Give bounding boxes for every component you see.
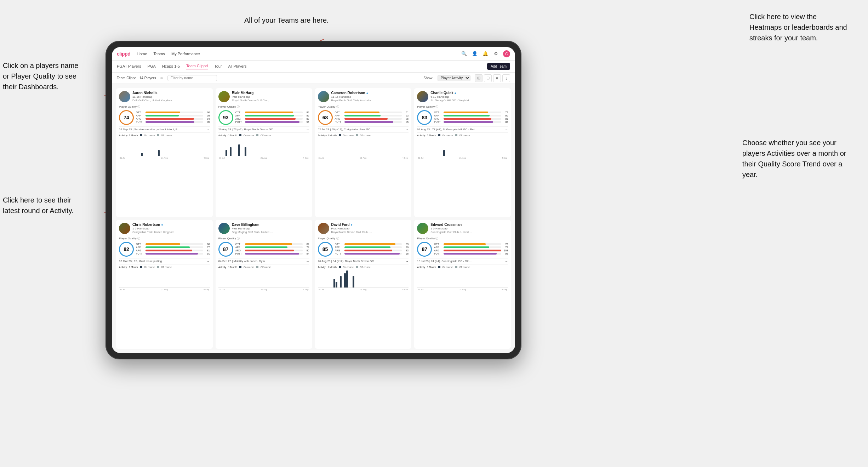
latest-round[interactable]: 04 Sep 23 | Mobility with coach, Gym → <box>218 258 309 264</box>
subnav-pgat[interactable]: PGAT Players <box>117 64 141 69</box>
stat-row-ott: OTT 60 <box>136 243 210 245</box>
edit-team-icon[interactable]: ✏ <box>160 76 163 80</box>
view-sort[interactable]: ↕ <box>502 74 510 82</box>
annotation-teams-here: All of your Teams are here. <box>244 15 329 25</box>
subnav-hcaps[interactable]: Hcaps 1-5 <box>162 64 180 69</box>
stat-row-arg: ARG 88 <box>235 118 309 120</box>
chart-label: 4 Sep <box>502 289 507 291</box>
player-name[interactable]: Charlie Quick ● <box>430 91 508 95</box>
latest-round[interactable]: 26 Aug 23 | 84 (+12), Royal North Devon … <box>318 258 409 264</box>
chart-bar <box>245 147 246 156</box>
quality-score[interactable]: 82 <box>119 242 134 257</box>
subnav-tour[interactable]: Tour <box>214 64 222 69</box>
stat-row-ott: OTT 61 <box>335 111 409 114</box>
add-team-button[interactable]: Add Team <box>487 63 510 70</box>
chart-bar <box>443 150 445 156</box>
player-name[interactable]: David Ford ● <box>331 223 409 227</box>
chart-labels: 31 Jul21 Aug4 Sep <box>318 157 409 159</box>
chart-bar <box>238 144 240 156</box>
player-card[interactable]: Chris Robertson ● 1-5 Handicap Craigmill… <box>116 220 213 349</box>
show-select[interactable]: Player Activity <box>438 75 470 81</box>
view-grid-small[interactable]: ⊟ <box>484 74 492 82</box>
person-icon[interactable]: 👤 <box>471 50 478 57</box>
search-input[interactable] <box>167 75 217 81</box>
quality-section: 87 OTT 82 APP 74 ARG 85 PUTT <box>218 242 309 257</box>
chart-bar <box>340 276 342 287</box>
quality-score[interactable]: 87 <box>218 242 233 257</box>
stats-grid: OTT 60 APP 58 ARG 84 PUTT 8 <box>136 111 210 124</box>
stat-row-app: APP 63 <box>335 114 409 117</box>
view-filter[interactable]: ▼ <box>493 74 501 82</box>
player-name[interactable]: Chris Robertson ● <box>132 223 210 227</box>
player-card[interactable]: Charlie Quick ● 6-10 Handicap St. George… <box>414 88 511 217</box>
player-card[interactable]: David Ford ● Plus Handicap Royal North D… <box>315 220 412 349</box>
player-name[interactable]: Blair McHarg <box>232 91 309 95</box>
player-card[interactable]: Aaron Nicholls 11-15 Handicap Drift Golf… <box>116 88 213 217</box>
avatar-icon[interactable]: C <box>503 50 510 57</box>
stat-row-putt: PUTT 95 <box>235 121 309 123</box>
chart-label: 31 Jul <box>418 289 423 291</box>
view-grid-large[interactable]: ⊞ <box>475 74 482 82</box>
player-name[interactable]: Dave Billingham <box>232 223 309 227</box>
nav-teams[interactable]: Teams <box>154 52 165 56</box>
chart-labels: 31 Jul21 Aug4 Sep <box>318 289 409 291</box>
quality-score[interactable]: 68 <box>318 110 333 125</box>
quality-score[interactable]: 93 <box>218 110 233 125</box>
quality-score[interactable]: 85 <box>318 242 333 257</box>
offcourse-legend-label: Off course <box>261 134 271 137</box>
latest-round[interactable]: 02 Sep 23 | Sunrise round to get back in… <box>119 126 210 133</box>
chart-labels: 31 Jul21 Aug4 Sep <box>119 157 210 159</box>
quality-section: 74 OTT 60 APP 58 ARG 84 PUTT <box>119 110 210 125</box>
player-handicap: Plus Handicap <box>232 227 309 230</box>
bell-icon[interactable]: 🔔 <box>482 50 489 57</box>
chart-label: 31 Jul <box>219 157 225 159</box>
settings-icon[interactable]: ⚙ <box>492 50 499 57</box>
nav-my-performance[interactable]: My Performance <box>171 52 200 56</box>
card-header: Edward Crossman 1-5 Handicap Sunningdale… <box>417 223 508 234</box>
player-handicap: 11-15 Handicap <box>331 95 409 99</box>
stat-row-app: APP 74 <box>235 246 309 249</box>
nav-home[interactable]: Home <box>137 52 147 56</box>
chart-bar <box>225 150 227 156</box>
quality-section: 68 OTT 61 APP 63 ARG 75 PUTT <box>318 110 409 125</box>
subnav: PGAT Players PGA Hcaps 1-5 Team Clippd T… <box>112 61 515 73</box>
card-header: Blair McHarg Plus Handicap Royal North D… <box>218 91 309 103</box>
activity-section: Activity · 1 Month On course Off course … <box>218 266 309 291</box>
activity-section: Activity · 1 Month On course Off course … <box>318 266 409 291</box>
stat-row-putt: PUTT 92 <box>434 252 508 255</box>
player-info: Blair McHarg Plus Handicap Royal North D… <box>232 91 309 103</box>
oncourse-legend-dot <box>339 134 341 136</box>
nav-logo: clippd <box>117 51 130 57</box>
quality-score[interactable]: 83 <box>417 110 432 125</box>
oncourse-legend-dot <box>140 134 142 136</box>
player-card[interactable]: Cameron Robertson ● 11-15 Handicap Royal… <box>315 88 412 217</box>
quality-score[interactable]: 87 <box>417 242 432 257</box>
player-name[interactable]: Aaron Nicholls <box>132 91 210 95</box>
player-card[interactable]: Edward Crossman 1-5 Handicap Sunningdale… <box>414 220 511 349</box>
quality-score[interactable]: 74 <box>119 110 134 125</box>
player-avatar <box>119 91 130 102</box>
subnav-all-players[interactable]: All Players <box>228 64 247 69</box>
chart-label: 21 Aug <box>261 157 267 159</box>
latest-round[interactable]: 26 Aug 23 | 73 (+1), Royal North Devon G… <box>218 126 309 133</box>
subnav-team-clippd[interactable]: Team Clippd <box>186 64 208 69</box>
offcourse-legend-dot <box>157 266 159 268</box>
offcourse-legend-label: Off course <box>161 134 172 137</box>
offcourse-legend-dot <box>256 134 258 136</box>
latest-round[interactable]: 02 Jul 23 | 59 (+17), Craigsimilar Park … <box>318 126 409 133</box>
player-avatar <box>119 223 130 234</box>
chart-label: 21 Aug <box>360 289 367 291</box>
player-name[interactable]: Edward Crossman <box>430 223 508 227</box>
search-icon[interactable]: 🔍 <box>461 50 468 57</box>
player-name[interactable]: Cameron Robertson ● <box>331 91 409 95</box>
player-card[interactable]: Dave Billingham Plus Handicap Sag Maging… <box>216 220 312 349</box>
latest-round[interactable]: 07 Aug 23 | 77 (+7), St George's Hill GC… <box>417 126 508 133</box>
quality-label: Player Quality ⓘ <box>417 105 508 109</box>
activity-section: Activity · 1 Month On course Off course … <box>417 266 508 291</box>
subnav-pga[interactable]: PGA <box>148 64 156 69</box>
latest-round[interactable]: 03 Mar 23 | 19, Must make putting → <box>119 258 210 264</box>
chart-bars <box>119 269 210 287</box>
activity-legend: On course Off course <box>239 266 271 268</box>
player-card[interactable]: Blair McHarg Plus Handicap Royal North D… <box>216 88 312 217</box>
latest-round[interactable]: 18 Jul 23 | 74 (+4), Sunningdale GC - Ol… <box>417 258 508 264</box>
